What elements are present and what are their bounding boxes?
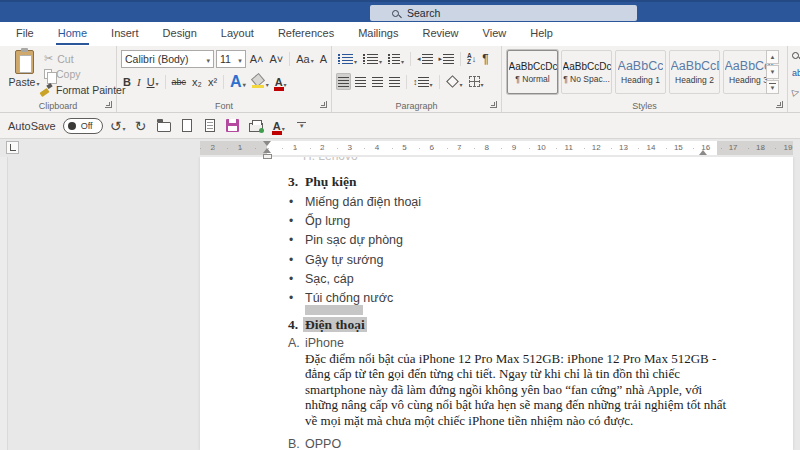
customize-qat-button[interactable]: ▼ bbox=[294, 116, 310, 136]
open-button[interactable] bbox=[156, 116, 172, 136]
paragraph-line[interactable]: những nâng cấp vô cùng nổi bật hứa hẹn s… bbox=[305, 397, 726, 412]
redo-button[interactable]: ↻ bbox=[133, 116, 149, 136]
right-indent-marker[interactable] bbox=[699, 150, 707, 155]
format-painter-button[interactable]: Format Painter bbox=[40, 84, 125, 96]
save-button[interactable] bbox=[225, 116, 241, 136]
tab-help[interactable]: Help bbox=[518, 22, 565, 46]
left-indent-markers[interactable] bbox=[263, 141, 272, 159]
qat-font-color-button[interactable]: A bbox=[271, 116, 287, 136]
shrink-font-button[interactable]: A˅ bbox=[267, 51, 285, 68]
paragraph-line[interactable]: về mọi mặt mà chưa một chiếc iPhone tiền… bbox=[305, 413, 726, 428]
hanging-indent-marker[interactable] bbox=[263, 148, 271, 153]
clipboard-dialog-launcher[interactable] bbox=[105, 101, 112, 108]
section3-title[interactable]: Phụ kiện bbox=[305, 174, 356, 190]
shading-button[interactable] bbox=[444, 73, 465, 90]
ruler-number: 12 bbox=[582, 141, 609, 155]
paste-button[interactable]: Paste bbox=[6, 50, 42, 102]
section4-title[interactable]: Điện thoại bbox=[303, 317, 367, 333]
line-spacing-button[interactable]: ↕ bbox=[411, 73, 435, 90]
replace-icon[interactable]: ab bbox=[792, 68, 800, 78]
style-card[interactable]: AaBbCc Heading 1 bbox=[615, 50, 666, 94]
tab-insert[interactable]: Insert bbox=[99, 22, 151, 46]
text-effects-button[interactable]: A bbox=[228, 73, 248, 90]
show-formatting-button[interactable]: ¶ bbox=[480, 50, 490, 67]
multilevel-list-button[interactable] bbox=[386, 50, 406, 67]
paragraph-dialog-launcher[interactable] bbox=[490, 101, 497, 108]
styles-dialog-launcher[interactable] bbox=[776, 101, 783, 108]
justify-button[interactable] bbox=[387, 73, 402, 90]
style-card[interactable]: AaBbCcD Heading 2 bbox=[669, 50, 720, 94]
tab-view[interactable]: View bbox=[471, 22, 519, 46]
body-paragraph[interactable]: Đặc điểm nổi bật của iPhone 12 Pro Max 5… bbox=[305, 351, 726, 428]
tab-file[interactable]: File bbox=[4, 22, 46, 46]
change-case-button[interactable]: Aa bbox=[294, 51, 315, 68]
select-icon[interactable]: ▷ bbox=[791, 86, 800, 97]
align-right-button[interactable] bbox=[370, 73, 385, 90]
clipped-previous-line: H. Lenovo bbox=[303, 157, 358, 164]
document-area: H. Lenovo 3. Phụ kiện Miếng dán điện tho… bbox=[0, 157, 800, 450]
tab-layout[interactable]: Layout bbox=[209, 22, 266, 46]
search-box[interactable]: Search bbox=[370, 5, 637, 21]
horizontal-ruler[interactable]: 2112345678910111213141516171819 bbox=[200, 141, 793, 155]
cut-button[interactable]: ✂ Cut bbox=[44, 52, 74, 65]
item-a-label[interactable]: iPhone bbox=[305, 336, 344, 350]
align-center-button[interactable] bbox=[353, 73, 368, 90]
print-preview-icon bbox=[205, 119, 215, 132]
font-color-button[interactable]: A bbox=[273, 73, 289, 90]
styles-group-label: Styles bbox=[502, 101, 787, 111]
styles-scroll-up-button[interactable]: ▲ bbox=[766, 50, 779, 64]
section3-number: 3. bbox=[288, 174, 298, 190]
group-editing: ab ▷ bbox=[788, 46, 800, 112]
subscript-button[interactable]: x₂ bbox=[190, 73, 204, 90]
paragraph-line[interactable]: đẳng cấp từ tên gọi đến từng chi tiết. N… bbox=[305, 366, 726, 381]
copy-button[interactable]: Copy bbox=[44, 68, 81, 80]
group-clipboard: Paste ✂ Cut Copy Format Painter Clipboar… bbox=[0, 46, 117, 112]
style-card[interactable]: AaBbCcDc ¶ Normal bbox=[507, 50, 558, 94]
autosave-toggle[interactable]: Off bbox=[63, 118, 103, 134]
document-page[interactable]: H. Lenovo 3. Phụ kiện Miếng dán điện tho… bbox=[200, 157, 793, 450]
align-left-button[interactable] bbox=[336, 73, 351, 90]
print-preview-button[interactable] bbox=[202, 116, 218, 136]
decrease-indent-icon bbox=[422, 54, 433, 64]
sort-button[interactable]: AZ↓ bbox=[465, 50, 478, 67]
item-b-label[interactable]: OPPO bbox=[305, 437, 341, 450]
quick-print-button[interactable] bbox=[248, 116, 264, 136]
style-card[interactable]: AaBbCcDc ¶ No Spac... bbox=[561, 50, 612, 94]
font-dialog-launcher[interactable] bbox=[320, 101, 327, 108]
open-folder-icon bbox=[157, 122, 171, 132]
styles-more-button[interactable]: ▼ bbox=[766, 80, 779, 94]
tab-stop-selector[interactable] bbox=[6, 141, 19, 154]
borders-button[interactable] bbox=[467, 73, 486, 90]
scissors-icon: ✂ bbox=[44, 52, 53, 65]
text-highlight-button[interactable] bbox=[250, 73, 271, 90]
clear-formatting-button[interactable]: A bbox=[318, 51, 329, 68]
italic-button[interactable]: I bbox=[135, 73, 143, 90]
tab-review[interactable]: Review bbox=[411, 22, 471, 46]
bullets-button[interactable] bbox=[336, 50, 359, 67]
styles-scroll-down-button[interactable]: ▼ bbox=[766, 65, 779, 79]
strikethrough-button[interactable]: abc bbox=[170, 73, 189, 90]
font-name-combo[interactable]: Calibri (Body) bbox=[121, 50, 214, 68]
underline-button[interactable]: U bbox=[145, 73, 161, 90]
left-indent-box-marker[interactable] bbox=[263, 154, 272, 159]
bold-button[interactable]: B bbox=[121, 73, 133, 90]
paragraph-line[interactable]: smartphone này đã làm đứng ngồi không yê… bbox=[305, 382, 726, 397]
ruler-number: 4 bbox=[363, 141, 390, 155]
decrease-indent-button[interactable]: ◂ bbox=[415, 50, 435, 67]
numbering-button[interactable] bbox=[361, 50, 384, 67]
tab-home[interactable]: Home bbox=[46, 22, 99, 46]
font-size-combo[interactable]: 11 bbox=[216, 50, 246, 68]
find-icon[interactable] bbox=[792, 52, 799, 59]
tab-design[interactable]: Design bbox=[151, 22, 209, 46]
format-painter-label: Format Painter bbox=[56, 84, 125, 96]
tab-mailings[interactable]: Mailings bbox=[346, 22, 410, 46]
ruler-number: 11 bbox=[555, 141, 582, 155]
tab-references[interactable]: References bbox=[266, 22, 346, 46]
paragraph-line[interactable]: Đặc điểm nổi bật của iPhone 12 Pro Max 5… bbox=[305, 351, 726, 366]
first-line-indent-marker[interactable] bbox=[263, 141, 271, 146]
undo-button[interactable]: ↺ bbox=[110, 116, 126, 136]
grow-font-button[interactable]: A˄ bbox=[248, 51, 266, 68]
increase-indent-button[interactable]: ▸ bbox=[437, 50, 457, 67]
superscript-button[interactable]: x² bbox=[206, 73, 219, 90]
new-document-button[interactable] bbox=[179, 116, 195, 136]
